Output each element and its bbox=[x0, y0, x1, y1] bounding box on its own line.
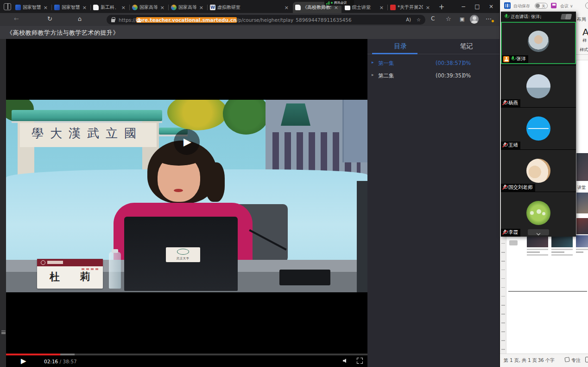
higher-edu-favicon bbox=[132, 5, 138, 10]
address-bar[interactable]: https://core.teacher.vocational.smartedu… bbox=[107, 15, 425, 25]
caption-line bbox=[551, 249, 573, 250]
doc-thumbnail-card bbox=[576, 235, 588, 253]
page-header: 《高校教师教学方法与教学艺术的提升》 bbox=[0, 26, 499, 39]
save-icon[interactable] bbox=[551, 3, 556, 8]
play-overlay-button[interactable]: ▶ bbox=[174, 129, 200, 155]
participant-tile[interactable]: 国交刘老师 bbox=[501, 149, 576, 192]
browser-tab[interactable]: W 虚拟教研室 × bbox=[208, 2, 292, 13]
participant-avatar bbox=[526, 201, 550, 225]
document-page[interactable] bbox=[506, 234, 588, 354]
new-tab-button[interactable]: + bbox=[436, 2, 447, 12]
browser-tab[interactable]: *关于开展2022 × bbox=[388, 2, 433, 13]
participant-tile[interactable]: 张洋 bbox=[501, 22, 576, 64]
gate-roof-shape bbox=[12, 110, 162, 121]
volume-icon[interactable] bbox=[343, 359, 346, 363]
tab-notes[interactable]: 笔记 bbox=[434, 39, 500, 54]
browser-tab[interactable]: 新工科、新医科 × bbox=[91, 2, 129, 13]
favorites-add-icon[interactable]: ☆ bbox=[417, 17, 421, 22]
room-edge-shape bbox=[357, 181, 367, 292]
thumbnail-image bbox=[551, 235, 573, 247]
ribbon-tab-layout[interactable]: 布局 bbox=[577, 16, 586, 23]
url-text[interactable]: https://core.teacher.vocational.smartedu… bbox=[119, 17, 400, 23]
chapter-title: 第一集 bbox=[378, 60, 394, 67]
smartedu-favicon bbox=[15, 5, 21, 10]
participant-tile[interactable]: 王靖 bbox=[501, 107, 576, 149]
participant-tile[interactable]: 李霞 bbox=[501, 192, 576, 237]
playlist-toggle-icon[interactable] bbox=[1, 330, 6, 334]
status-focus-label[interactable]: 专注 bbox=[571, 357, 581, 364]
tab-contents[interactable]: 目录 bbox=[367, 39, 434, 54]
status-word-count[interactable]: 36 个字 bbox=[538, 357, 555, 364]
tab-close-icon[interactable]: × bbox=[159, 5, 165, 11]
profile-avatar[interactable] bbox=[470, 15, 479, 24]
water-bottle-shape bbox=[109, 252, 121, 289]
browser-tab[interactable]: 国家高等教育智 × bbox=[169, 2, 207, 13]
participant-name: 李霞 bbox=[508, 229, 518, 236]
yellow-tree-shape bbox=[167, 100, 228, 130]
close-button[interactable]: × bbox=[484, 0, 498, 13]
tab-close-icon[interactable]: × bbox=[284, 5, 290, 11]
url-scheme: https:// bbox=[119, 17, 136, 23]
back-icon[interactable]: ← bbox=[14, 15, 19, 22]
caption-line bbox=[551, 254, 573, 256]
tab-actions-icon[interactable] bbox=[4, 3, 11, 10]
browser-essentials-icon[interactable]: C bbox=[431, 15, 435, 22]
view-mode-icon[interactable] bbox=[585, 357, 588, 362]
favorites-star-icon[interactable]: ☆ bbox=[446, 15, 451, 22]
chapter-item[interactable]: ▸ 第二集 (00:39:35) 0% bbox=[367, 72, 499, 80]
chapter-duration: (00:38:57) bbox=[436, 60, 464, 66]
participant-name-tag: 张洋 bbox=[502, 55, 528, 63]
maximize-button[interactable]: □ bbox=[470, 0, 484, 13]
styles-label: 样式 bbox=[580, 47, 588, 53]
fullscreen-icon[interactable] bbox=[357, 358, 363, 364]
collapse-chevron-button[interactable] bbox=[528, 229, 549, 235]
signal-icon bbox=[326, 1, 330, 5]
doc-visible-text: 讲堂 bbox=[577, 185, 586, 191]
chapter-item[interactable]: ▸ 第一集 (00:38:57) 0% bbox=[367, 59, 499, 68]
participant-name: 王靖 bbox=[508, 142, 518, 148]
mic-muted-icon bbox=[502, 142, 507, 148]
minimize-button[interactable]: − bbox=[456, 0, 470, 13]
tab-close-icon[interactable]: × bbox=[120, 5, 126, 11]
play-button[interactable]: ▶ bbox=[21, 357, 26, 365]
autosave-toggle[interactable]: 关 bbox=[535, 3, 548, 9]
caption-line bbox=[551, 251, 564, 253]
chapter-title: 第二集 bbox=[378, 72, 394, 79]
tab-close-icon[interactable]: × bbox=[43, 5, 49, 11]
search-icon[interactable] bbox=[585, 2, 588, 9]
tab-label: 虚拟教研室 bbox=[217, 4, 282, 11]
tab-close-icon[interactable]: × bbox=[82, 5, 88, 11]
tab-close-icon[interactable]: × bbox=[379, 5, 385, 11]
doc-page-badge bbox=[509, 240, 518, 245]
read-aloud-icon[interactable]: A) bbox=[406, 17, 411, 22]
url-host: core.teacher.vocational.smartedu.cn bbox=[136, 17, 237, 23]
browser-tab[interactable]: 国家智慧教育公 × bbox=[52, 2, 90, 13]
tab-close-icon[interactable]: × bbox=[198, 5, 204, 11]
participant-name-tag: 王靖 bbox=[501, 142, 520, 149]
url-path: /p/course/heigher/tplay_5896944789116354… bbox=[237, 17, 352, 23]
expand-arrow-icon[interactable]: ▸ bbox=[372, 72, 374, 77]
participant-avatar bbox=[528, 31, 549, 52]
fringe-shape bbox=[158, 152, 200, 166]
tencent-meeting-floater[interactable]: 腾讯会议 bbox=[324, 0, 354, 6]
home-icon[interactable]: ⌂ bbox=[78, 15, 82, 22]
tab-close-icon[interactable]: × bbox=[425, 5, 431, 11]
chapter-duration: (00:39:35) bbox=[436, 72, 464, 79]
caption-line bbox=[527, 251, 540, 253]
expand-arrow-icon[interactable]: ▸ bbox=[372, 60, 374, 64]
mic-on-icon bbox=[504, 14, 509, 19]
status-page-count[interactable]: 第 1 页, 共 1 页 bbox=[504, 357, 537, 364]
nameplate-header bbox=[37, 259, 103, 266]
refresh-icon[interactable]: ↻ bbox=[47, 15, 52, 22]
word-titlebar: 自动保存 关 会议 ∨ bbox=[500, 0, 588, 12]
participant-tile[interactable]: 杨燕 bbox=[501, 65, 576, 107]
participant-name: 杨燕 bbox=[508, 100, 518, 106]
collections-icon[interactable]: ▣ bbox=[460, 16, 464, 22]
mic-muted-icon bbox=[502, 185, 507, 190]
university-logo-icon bbox=[177, 249, 189, 255]
browser-tab[interactable]: 国家高等教育智 × bbox=[130, 2, 168, 13]
browser-tab[interactable]: 国家智慧教育公 × bbox=[13, 2, 51, 13]
video-player[interactable]: 學大漢武立國 bbox=[6, 39, 367, 367]
meeting-menu[interactable]: 会议 ∨ bbox=[560, 3, 573, 9]
toggle-knob bbox=[536, 4, 540, 8]
